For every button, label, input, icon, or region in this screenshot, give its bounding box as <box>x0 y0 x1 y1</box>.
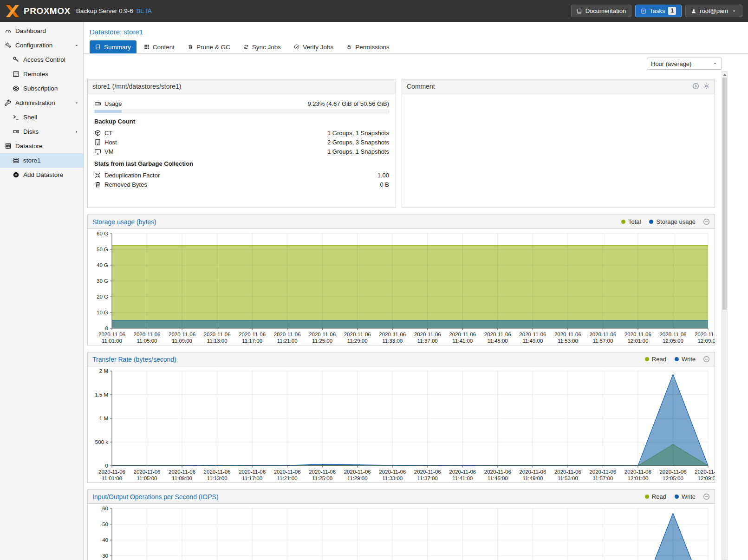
svg-text:2020-11-06: 2020-11-06 <box>449 469 476 475</box>
legend-dot <box>675 357 679 361</box>
trash-icon <box>188 44 193 50</box>
sidebar-item-access-control[interactable]: Access Control <box>0 52 83 67</box>
beta-link[interactable]: BETA <box>137 7 152 14</box>
vertical-scrollbar[interactable] <box>722 71 728 560</box>
sidebar-item-subscription[interactable]: Subscription <box>0 81 83 96</box>
collapse-caret-icon[interactable] <box>74 43 79 48</box>
sidebar-item-dashboard[interactable]: Dashboard <box>0 24 83 38</box>
scroll-up-icon[interactable] <box>723 74 727 76</box>
chart-toolbar: Hour (average) <box>84 54 748 73</box>
content-area: Datastore: store1 Summary Content Prune … <box>84 22 748 560</box>
svg-text:2020-11-06: 2020-11-06 <box>414 469 441 475</box>
comment-panel-header: Comment <box>402 79 715 93</box>
tasks-label: Tasks <box>650 7 665 14</box>
collapse-caret-icon[interactable] <box>74 100 79 106</box>
row-label: Deduplication Factor <box>104 172 160 179</box>
tab-permissions[interactable]: Permissions <box>341 40 395 53</box>
legend-item-read[interactable]: Read <box>645 356 666 363</box>
sidebar-item-label: Shell <box>23 114 37 121</box>
expand-circle-icon[interactable] <box>692 83 699 90</box>
legend-item-write[interactable]: Write <box>675 493 696 500</box>
sidebar-item-configuration[interactable]: Configuration <box>0 38 83 52</box>
sidebar-item-shell[interactable]: Shell <box>0 110 83 124</box>
chart-panel-header: Transfer Rate (bytes/second) Read Write <box>88 352 715 366</box>
legend-item-total[interactable]: Total <box>621 218 641 225</box>
tab-content[interactable]: Content <box>138 40 180 53</box>
tasks-button[interactable]: Tasks 1 <box>635 5 682 17</box>
svg-text:2020-11-06: 2020-11-06 <box>484 469 511 475</box>
svg-text:11:01:00: 11:01:00 <box>102 475 122 481</box>
svg-text:1.5 M: 1.5 M <box>95 392 108 397</box>
svg-text:2020-11-06: 2020-11-06 <box>309 469 336 475</box>
svg-text:11:57:00: 11:57:00 <box>592 475 613 481</box>
sidebar-item-datastore[interactable]: Datastore <box>0 139 83 153</box>
svg-text:2020-11-06: 2020-11-06 <box>589 332 616 337</box>
collapse-chart-icon[interactable] <box>703 493 710 500</box>
usage-label: Usage <box>104 100 122 107</box>
svg-text:11:29:00: 11:29:00 <box>347 475 368 481</box>
sidebar-item-label: store1 <box>23 157 41 164</box>
gear-icon[interactable] <box>703 83 710 90</box>
tab-label: Summary <box>104 44 131 51</box>
svg-text:50: 50 <box>102 521 108 527</box>
row-value: 0 B <box>380 181 389 188</box>
svg-text:11:37:00: 11:37:00 <box>417 338 438 344</box>
documentation-button[interactable]: Documentation <box>571 5 631 17</box>
svg-text:12:09:00: 12:09:00 <box>698 475 715 481</box>
gc-stats-title: Stats from last Garbage Collection <box>94 160 389 167</box>
sidebar-item-store1[interactable]: store1 <box>0 153 83 168</box>
tab-label: Verify Jobs <box>303 44 333 51</box>
sidebar-item-remotes[interactable]: Remotes <box>0 67 83 81</box>
expand-caret-icon[interactable] <box>74 129 79 135</box>
tasks-icon <box>641 8 646 14</box>
legend-item-read[interactable]: Read <box>645 493 666 500</box>
svg-text:2020-11-06: 2020-11-06 <box>344 469 371 475</box>
tab-prune-gc[interactable]: Prune & GC <box>182 40 236 53</box>
gauge-icon <box>5 27 12 34</box>
trash-icon <box>94 181 101 188</box>
usage-bar-fill <box>95 110 122 113</box>
svg-text:11:21:00: 11:21:00 <box>277 338 298 344</box>
legend-item-storage-usage[interactable]: Storage usage <box>649 218 696 225</box>
tab-bar: Summary Content Prune & GC Sync Jobs Ver… <box>84 39 748 54</box>
sidebar-item-label: Remotes <box>23 71 48 78</box>
time-range-select[interactable]: Hour (average) <box>647 58 722 70</box>
backup-count-title: Backup Count <box>94 118 389 125</box>
tab-summary[interactable]: Summary <box>90 40 137 53</box>
chart-legend: Total Storage usage <box>621 218 696 225</box>
sidebar-item-administration[interactable]: Administration <box>0 96 83 110</box>
collapse-chart-icon[interactable] <box>703 356 710 363</box>
user-label: root@pam <box>700 7 728 14</box>
chart-legend: Read Write <box>645 493 696 500</box>
collapse-chart-icon[interactable] <box>703 218 710 225</box>
grid-icon <box>144 44 150 50</box>
lock-icon <box>346 44 352 50</box>
sidebar-item-disks[interactable]: Disks <box>0 124 83 139</box>
svg-text:11:09:00: 11:09:00 <box>172 338 192 344</box>
hdd-icon <box>13 128 20 135</box>
svg-text:12:09:00: 12:09:00 <box>698 338 715 344</box>
sidebar-item-label: Dashboard <box>15 27 46 34</box>
chart-panel-header: Storage usage (bytes) Total Storage usag… <box>88 215 715 229</box>
gears-icon <box>5 42 12 49</box>
chevron-down-icon <box>731 8 737 14</box>
svg-text:500 k: 500 k <box>95 439 108 445</box>
svg-text:2020-11-06: 2020-11-06 <box>484 332 511 337</box>
svg-text:2020-11-06: 2020-11-06 <box>134 332 161 337</box>
svg-text:2020-11-06: 2020-11-06 <box>134 469 161 475</box>
plus-circle-icon <box>13 171 20 178</box>
svg-text:11:13:00: 11:13:00 <box>207 338 228 344</box>
legend-item-write[interactable]: Write <box>675 356 696 363</box>
scrollbar-thumb[interactable] <box>722 78 727 310</box>
product-version: Backup Server 0.9-6 <box>76 7 133 14</box>
sidebar-item-label: Disks <box>23 128 39 135</box>
tab-sync-jobs[interactable]: Sync Jobs <box>238 40 286 53</box>
user-menu-button[interactable]: root@pam <box>685 5 742 17</box>
legend-label: Total <box>628 218 641 225</box>
sidebar-item-add-datastore[interactable]: Add Datastore <box>0 168 83 182</box>
book-icon <box>95 44 101 50</box>
svg-text:2020-11-06: 2020-11-06 <box>414 332 441 337</box>
svg-text:11:13:00: 11:13:00 <box>207 475 228 481</box>
backup-count-row-vm: VM 1 Groups, 1 Snapshots <box>94 147 389 156</box>
tab-verify-jobs[interactable]: Verify Jobs <box>288 40 339 53</box>
